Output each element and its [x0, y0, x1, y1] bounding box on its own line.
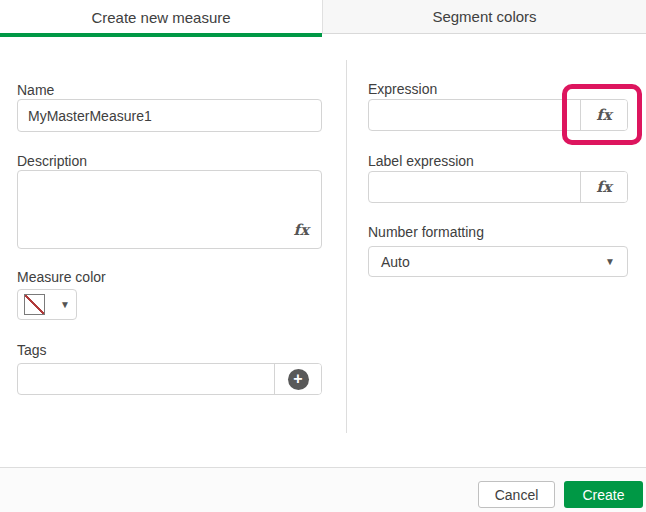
label-expression-label: Label expression: [368, 153, 474, 169]
name-input[interactable]: [17, 99, 322, 132]
description-fx-icon[interactable]: fx: [294, 223, 309, 238]
label-expression-input[interactable]: [369, 172, 580, 202]
chevron-down-icon: ▼: [60, 300, 70, 310]
label-expression-control: fx: [368, 171, 628, 203]
create-measure-dialog: Create new measure Segment colors Name D…: [0, 0, 646, 512]
expression-editor-button[interactable]: fx: [580, 100, 627, 130]
tab-create-new-measure[interactable]: Create new measure: [0, 0, 322, 34]
chevron-down-icon: ▼: [605, 257, 615, 267]
fx-icon: fx: [596, 108, 611, 123]
description-label: Description: [17, 153, 87, 169]
no-color-swatch-icon: [24, 294, 45, 315]
plus-icon: +: [288, 369, 309, 390]
tags-input[interactable]: [18, 364, 274, 394]
tags-label: Tags: [17, 342, 47, 358]
fx-icon: fx: [596, 180, 611, 195]
expression-input[interactable]: [369, 100, 580, 130]
create-button[interactable]: Create: [564, 481, 643, 508]
name-label: Name: [17, 82, 54, 98]
number-formatting-value: Auto: [381, 254, 410, 270]
expression-control: fx: [368, 99, 628, 131]
tab-segment-colors[interactable]: Segment colors: [322, 0, 646, 34]
add-tag-button[interactable]: +: [274, 364, 321, 394]
measure-color-label: Measure color: [17, 269, 106, 285]
number-formatting-label: Number formatting: [368, 224, 484, 240]
description-field-wrap: fx: [17, 170, 322, 249]
tags-control: +: [17, 363, 322, 395]
label-expression-editor-button[interactable]: fx: [580, 172, 627, 202]
measure-color-dropdown[interactable]: ▼: [17, 289, 77, 320]
number-formatting-dropdown[interactable]: Auto ▼: [368, 246, 628, 277]
active-tab-underline: [0, 33, 322, 37]
column-divider: [346, 60, 347, 433]
expression-label: Expression: [368, 81, 437, 97]
tab-bar: Create new measure Segment colors: [0, 0, 646, 34]
description-textarea[interactable]: [17, 170, 322, 249]
cancel-button[interactable]: Cancel: [478, 481, 555, 508]
